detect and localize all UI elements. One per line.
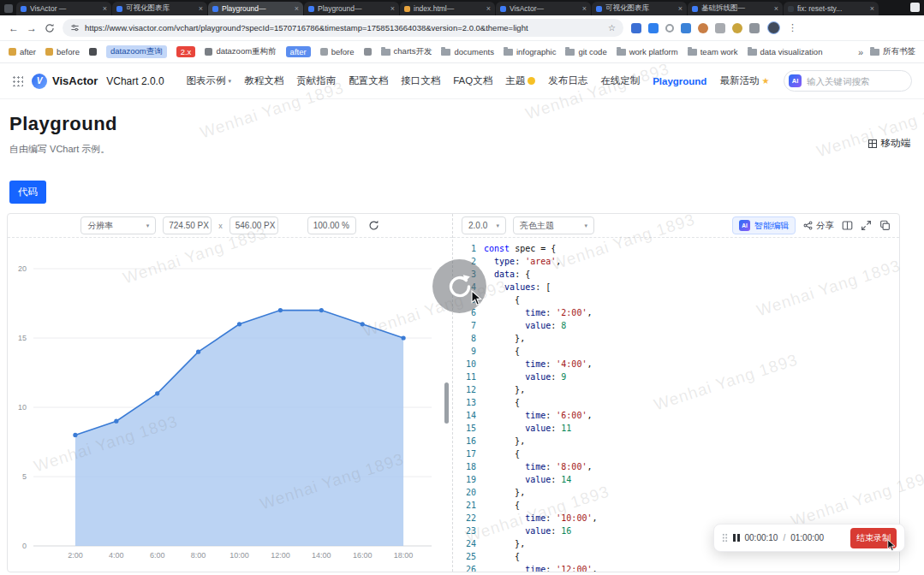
search-box[interactable]: AI <box>784 70 912 92</box>
extension-trident-icon[interactable] <box>732 23 742 33</box>
nav-item[interactable]: 教程文档 <box>244 74 283 87</box>
theme-select[interactable]: 亮色主题 ▾ <box>513 216 594 234</box>
refresh-icon[interactable] <box>368 220 379 231</box>
nav-item-label: 接口文档 <box>401 74 440 87</box>
split-view-icon[interactable] <box>842 220 853 231</box>
back-button[interactable]: ← <box>9 22 19 34</box>
nav-item[interactable]: 配置文档 <box>349 74 388 87</box>
bookmark-item[interactable]: before <box>320 47 355 56</box>
nav-item[interactable]: 发布日志 <box>548 74 587 87</box>
reload-button[interactable] <box>45 23 55 33</box>
brand-name[interactable]: VisActor <box>52 74 98 87</box>
all-bookmarks-button[interactable]: 所有书签 <box>870 46 915 57</box>
browser-tab[interactable]: 可视化图表库× <box>112 2 207 15</box>
browser-menu-icon[interactable]: ⋮ <box>788 22 797 33</box>
line-number: 22 <box>453 512 484 525</box>
tab-close-icon[interactable]: × <box>390 5 395 13</box>
svg-text:10:00: 10:00 <box>230 551 249 560</box>
fullscreen-icon[interactable] <box>861 220 872 231</box>
tab-close-icon[interactable]: × <box>199 5 203 13</box>
browser-tab[interactable]: VisActor—× <box>496 2 591 15</box>
bookmark-item[interactable] <box>89 48 97 56</box>
folder-icon <box>688 49 697 56</box>
bookmark-item[interactable]: before <box>45 47 80 56</box>
bookmark-item[interactable] <box>364 48 372 56</box>
canvas-height-input[interactable]: 546.00 PX <box>230 216 278 234</box>
nav-item[interactable]: 贡献指南 <box>296 74 336 87</box>
nav-item[interactable]: FAQ文档 <box>453 74 492 87</box>
browser-tab[interactable]: 基础拆线图—× <box>688 2 783 15</box>
panel-scrollbar-thumb[interactable] <box>444 382 449 424</box>
tab-close-icon[interactable]: × <box>582 5 587 13</box>
extensions-area <box>631 23 760 33</box>
window-control-icon[interactable] <box>910 3 920 12</box>
visactor-logo[interactable]: V <box>32 74 47 89</box>
bookmark-item[interactable]: after <box>286 46 311 57</box>
line-number: 24 <box>453 537 484 550</box>
bookmark-item[interactable]: infographic <box>504 47 556 56</box>
code-editor[interactable]: 1const spec = {2 type: 'area',3 data: {4… <box>453 238 899 572</box>
line-number: 10 <box>453 358 484 370</box>
bookmark-item[interactable]: datazoom重构前 <box>205 46 276 57</box>
forward-button[interactable]: → <box>27 22 37 34</box>
tab-close-icon[interactable]: × <box>774 5 778 13</box>
nav-item[interactable]: 主题 <box>505 74 535 87</box>
browser-tab[interactable]: Playground—× <box>304 2 399 15</box>
nav-item[interactable]: 接口文档 <box>401 74 440 87</box>
nav-item[interactable]: 在线定制 <box>600 74 640 87</box>
product-name[interactable]: VChart 2.0.0 <box>106 75 164 87</box>
browser-tab[interactable]: 可视化图表库× <box>592 2 687 15</box>
browser-tab[interactable]: VisActor —× <box>16 2 111 15</box>
bookmarks-overflow-icon[interactable]: » <box>858 47 863 57</box>
tab-close-icon[interactable]: × <box>870 5 874 13</box>
browser-tab[interactable]: Playground—× <box>208 2 303 15</box>
canvas-width-input[interactable]: 724.50 PX <box>163 216 212 234</box>
tab-close-icon[interactable]: × <box>678 5 683 13</box>
tab-search-icon[interactable] <box>4 4 13 13</box>
profile-avatar[interactable] <box>767 21 780 34</box>
tab-close-icon[interactable]: × <box>103 5 107 13</box>
extension-monitor-icon[interactable] <box>681 23 691 33</box>
bookmark-item[interactable]: git code <box>565 47 606 56</box>
nav-item[interactable]: 最新活动★ <box>719 74 769 87</box>
share-button[interactable]: 分享 <box>803 220 834 232</box>
bookmark-label: infographic <box>516 47 556 56</box>
bookmark-item[interactable]: after <box>9 47 36 56</box>
zoom-input[interactable]: 100.00 % <box>307 216 356 234</box>
extension-circle-icon[interactable] <box>665 24 674 33</box>
ai-edit-button[interactable]: AI 智能编辑 <box>732 216 796 234</box>
code-line: 14 time: '6:00', <box>453 409 899 422</box>
code-line: 2 type: 'area', <box>453 255 899 268</box>
mobile-view-toggle[interactable]: 移动端 <box>868 137 911 150</box>
playground-container: 分辨率 ▾ 724.50 PX x 546.00 PX 100.00 % 051… <box>7 213 900 572</box>
bookmark-item[interactable]: datazoom查询 <box>106 45 167 58</box>
tab-close-icon[interactable]: × <box>295 5 299 13</box>
open-new-window-icon[interactable] <box>879 220 891 231</box>
resolution-select[interactable]: 分辨率 ▾ <box>80 216 156 234</box>
address-bar[interactable]: https://www.visactor.com/vchart/playgrou… <box>63 19 623 37</box>
bookmark-item[interactable]: work platform <box>617 47 678 56</box>
bookmark-item[interactable]: documents <box>441 47 493 56</box>
browser-tab[interactable]: fix: reset-sty...× <box>784 2 879 15</box>
browser-tab[interactable]: index.html—× <box>400 2 495 15</box>
nav-item[interactable]: Playground <box>653 76 706 86</box>
apps-grid-icon[interactable] <box>12 75 23 86</box>
extension-avatar-icon[interactable] <box>698 23 708 33</box>
code-tab-button[interactable]: 代码 <box>9 181 46 204</box>
pause-button[interactable] <box>733 534 740 542</box>
version-select[interactable]: 2.0.0 ▾ <box>462 216 506 234</box>
extension-tag-icon[interactable] <box>715 23 725 33</box>
tab-close-icon[interactable]: × <box>486 5 491 13</box>
extension-chat-icon[interactable] <box>648 23 659 33</box>
editor-toolbar-right: AI 智能编辑 分享 <box>732 216 891 234</box>
bookmark-item[interactable]: 2.x <box>176 46 196 57</box>
bookmark-item[interactable]: team work <box>688 47 738 56</box>
bookmark-item[interactable]: charts开发 <box>381 46 432 57</box>
drag-handle-icon[interactable] <box>722 533 728 542</box>
search-input[interactable] <box>807 76 907 86</box>
extension-grid-icon[interactable] <box>631 23 641 33</box>
extension-puzzle-icon[interactable] <box>749 23 760 33</box>
bookmark-star-icon[interactable]: ☆ <box>608 23 616 33</box>
nav-item[interactable]: 图表示例▾ <box>187 74 232 87</box>
bookmark-item[interactable]: data visualization <box>748 47 823 56</box>
